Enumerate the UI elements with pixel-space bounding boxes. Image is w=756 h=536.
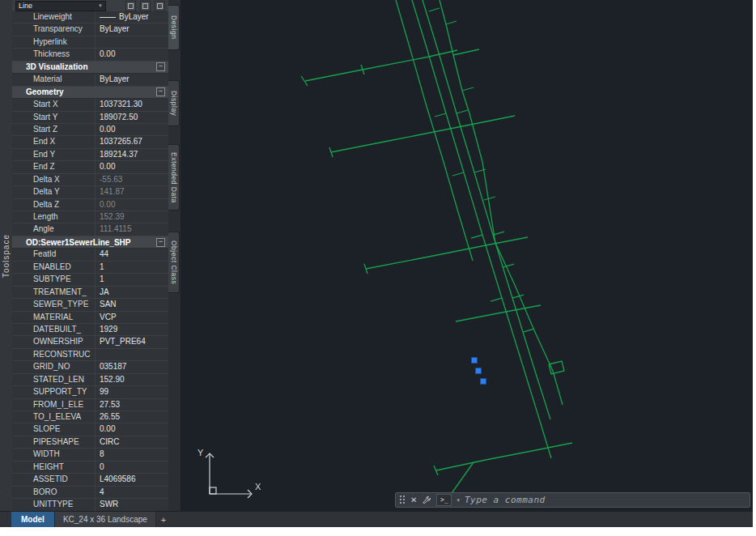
sewer-line[interactable] [512,295,524,298]
property-row: SUBTYPE1 [12,274,168,286]
sewer-line[interactable] [435,113,446,117]
sewer-line[interactable] [446,21,457,24]
sewer-line[interactable] [305,50,457,81]
pickadd-icon [128,3,134,9]
property-value[interactable]: 189072.50 [96,112,168,123]
section-title: OD:Sewer1SewerLine_SHP [26,238,131,247]
property-value[interactable]: JA [96,287,168,298]
property-value[interactable]: 1037321.30 [96,99,168,110]
property-row: DATEBUILT_1929 [12,324,168,336]
section-header[interactable]: OD:Sewer1SewerLine_SHP− [12,236,168,249]
sewer-line[interactable] [412,0,551,458]
collapse-icon[interactable]: − [156,87,165,96]
property-label: Material [12,74,96,85]
property-value[interactable]: 8 [96,449,168,460]
property-label: HEIGHT [12,462,96,473]
property-label: Delta Y [12,186,96,198]
sewer-line[interactable] [456,305,541,321]
property-value[interactable]: 0.00 [96,423,168,435]
select-objects-button[interactable] [140,1,151,11]
property-value[interactable] [96,349,168,360]
property-value[interactable]: ByLayer [96,23,168,35]
sewer-line[interactable] [457,110,468,113]
property-value[interactable]: PVT_PRE64 [96,336,168,347]
sewer-line[interactable] [495,243,563,405]
property-value[interactable]: 1037265.67 [96,136,168,147]
property-value[interactable]: VCP [96,312,168,323]
sewer-line[interactable] [450,462,474,496]
sewer-line[interactable] [462,87,474,91]
property-value[interactable]: 0.00 [96,124,168,135]
command-input[interactable]: Type a command [465,495,745,505]
property-value[interactable]: ByLayer [96,11,168,23]
tab-model[interactable]: Model [11,512,54,527]
property-value[interactable]: 1929 [96,324,168,335]
sewer-line[interactable] [484,197,495,200]
selection-grip[interactable] [476,368,482,374]
palette-tab-design[interactable]: Design [168,5,180,50]
property-value[interactable]: 0 [96,462,168,473]
property-label: TO_I_ELEVA [12,411,96,423]
property-value[interactable]: L4069586 [96,474,168,485]
sewer-line[interactable] [471,235,482,238]
property-value[interactable]: 035187 [96,361,168,372]
wrench-icon[interactable] [422,496,431,505]
sewer-line[interactable] [523,329,534,332]
command-bar-grip-icon[interactable] [400,496,406,504]
palette-tab-object-class[interactable]: Object Class [168,232,180,293]
property-value[interactable]: 44 [96,249,168,260]
palette-tab-extended-data[interactable]: Extended Data [168,144,180,211]
property-value[interactable]: 1 [96,274,168,285]
command-prompt-icon[interactable]: >_ [436,494,452,506]
sewer-line[interactable] [493,232,504,235]
selection-grip[interactable] [481,379,486,385]
property-value[interactable]: 27.53 [96,399,168,411]
object-type-dropdown[interactable]: Line ▼ [15,1,106,11]
tab-layout-kc-24x36-landscape[interactable]: KC_24 x 36 Landscape [54,512,156,527]
sewer-line[interactable] [423,0,550,419]
property-label: SLOPE [12,423,96,435]
sewer-line[interactable] [429,8,440,11]
sewer-line[interactable] [331,116,515,152]
property-row: RECONSTRUC [12,349,168,361]
property-value[interactable]: 4 [96,487,168,498]
property-value: 111.4115 [96,223,168,235]
property-value[interactable]: SWR [96,499,168,510]
collapse-icon[interactable]: − [156,238,165,247]
property-label: End Z [12,161,96,172]
section-title: 3D Visualization [26,62,88,71]
property-value[interactable]: CIRC [96,436,168,448]
collapse-icon[interactable]: − [156,62,165,71]
property-value[interactable]: 1 [96,262,168,273]
property-label: Lineweight [12,11,96,23]
property-value[interactable]: ByLayer [96,74,168,85]
pickadd-toggle-button[interactable] [125,1,136,11]
property-value[interactable]: 0.00 [96,49,168,60]
property-label: BORO [12,487,96,498]
property-value[interactable]: SAN [96,299,168,310]
palette-tab-display[interactable]: Display [168,80,180,126]
section-header[interactable]: Geometry− [12,87,168,99]
sewer-line[interactable] [366,237,528,269]
property-value[interactable]: 152.90 [96,374,168,385]
sewer-line[interactable] [436,443,572,470]
new-layout-button[interactable]: + [156,512,171,527]
sewer-line[interactable] [452,172,464,176]
palette-tab-label: Object Class [170,240,178,284]
property-value[interactable] [96,36,168,48]
property-value[interactable]: 26.55 [96,411,168,423]
property-row: SEWER_TYPESAN [12,299,168,311]
command-history-chevron-icon[interactable]: ▾ [457,497,460,504]
selection-grip[interactable] [472,358,478,364]
property-value[interactable]: 0.00 [96,161,168,172]
property-value[interactable]: 99 [96,386,168,398]
sewer-line[interactable] [491,298,502,301]
close-icon[interactable]: ✕ [410,496,417,504]
section-header[interactable]: 3D Visualization− [12,62,168,74]
quick-select-button[interactable] [155,1,165,11]
drawing-canvas[interactable]: Y X ✕ >_ ▾ Type a command [181,0,753,512]
toolspace-palette-strip[interactable]: Toolspace [0,0,13,512]
sewer-line[interactable] [503,264,514,267]
quick-select-icon [157,3,163,9]
property-value[interactable]: 189214.37 [96,149,168,160]
